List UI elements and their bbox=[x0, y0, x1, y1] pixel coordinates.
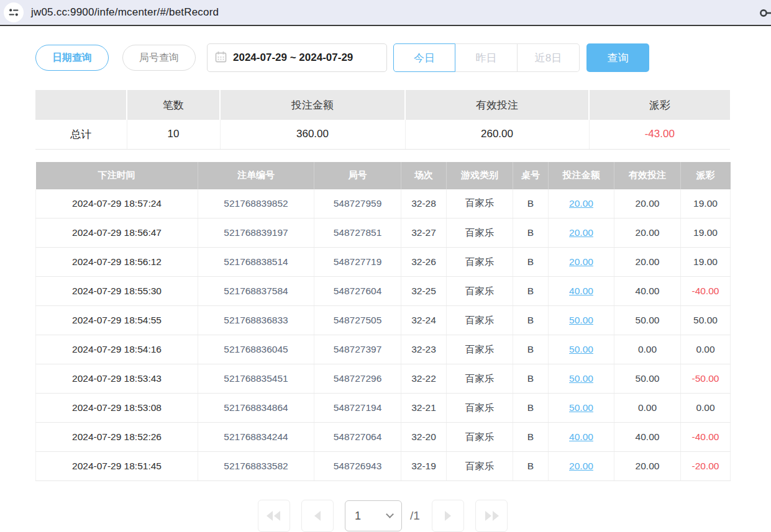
tune-icon[interactable] bbox=[4, 2, 24, 22]
bet-table-header-game-type: 游戏类别 bbox=[447, 162, 513, 189]
bet-amount-link[interactable]: 20.00 bbox=[569, 461, 593, 471]
round-query-tab[interactable]: 局号查询 bbox=[122, 45, 196, 71]
cell-table-no: B bbox=[513, 394, 549, 423]
prev-page-button[interactable] bbox=[301, 500, 334, 532]
cell-payout: -50.00 bbox=[681, 364, 731, 394]
cell-bet-amount: 40.00 bbox=[549, 277, 614, 306]
first-page-button[interactable] bbox=[258, 500, 290, 532]
summary-header-payout: 派彩 bbox=[589, 90, 730, 120]
table-row: 2024-07-29 18:51:45521768833582548726943… bbox=[36, 452, 731, 481]
summary-total-label: 总计 bbox=[35, 120, 127, 149]
cell-payout: -40.00 bbox=[681, 277, 731, 306]
bet-table-header-bet-amount: 投注金额 bbox=[549, 162, 614, 189]
cell-session: 32-19 bbox=[401, 452, 447, 481]
key-icon[interactable] bbox=[759, 7, 771, 21]
cell-bet-amount: 20.00 bbox=[549, 452, 614, 481]
bet-amount-link[interactable]: 20.00 bbox=[569, 198, 593, 209]
cell-payout: 0.00 bbox=[681, 394, 731, 423]
table-row: 2024-07-29 18:56:47521768839197548727851… bbox=[36, 219, 731, 248]
bet-amount-link[interactable]: 50.00 bbox=[569, 373, 593, 384]
cell-session: 32-20 bbox=[401, 423, 447, 452]
cell-bet-id: 521768836045 bbox=[198, 335, 314, 364]
cell-session: 32-25 bbox=[401, 277, 447, 306]
table-row: 2024-07-29 18:54:55521768836833548727505… bbox=[36, 306, 731, 335]
bet-amount-link[interactable]: 50.00 bbox=[569, 344, 593, 354]
cell-valid-bet: 0.00 bbox=[614, 394, 681, 423]
cell-payout: -40.00 bbox=[681, 423, 731, 452]
date-query-tab[interactable]: 日期查询 bbox=[35, 45, 109, 71]
cell-valid-bet: 20.00 bbox=[614, 189, 681, 219]
cell-payout: -20.00 bbox=[681, 452, 731, 481]
bet-table-body: 2024-07-29 18:57:24521768839852548727959… bbox=[36, 189, 731, 481]
cell-valid-bet: 20.00 bbox=[614, 219, 681, 248]
cell-payout: 50.00 bbox=[681, 306, 731, 335]
cell-bet-time: 2024-07-29 18:56:47 bbox=[36, 219, 198, 248]
cell-bet-time: 2024-07-29 18:51:45 bbox=[36, 452, 198, 481]
bet-amount-link[interactable]: 50.00 bbox=[569, 402, 593, 413]
cell-table-no: B bbox=[513, 364, 549, 394]
cell-game-type: 百家乐 bbox=[447, 306, 513, 335]
cell-bet-id: 521768837584 bbox=[198, 277, 314, 306]
cell-valid-bet: 50.00 bbox=[614, 364, 681, 394]
cell-bet-id: 521768834244 bbox=[198, 423, 314, 452]
table-row: 2024-07-29 18:55:30521768837584548727604… bbox=[36, 277, 731, 306]
cell-bet-amount: 20.00 bbox=[549, 219, 614, 248]
yesterday-button[interactable]: 昨日 bbox=[455, 43, 518, 72]
page-total-label: /1 bbox=[410, 509, 420, 523]
bet-table-header-session: 场次 bbox=[401, 162, 447, 189]
pagination: 1 /1 bbox=[35, 500, 730, 532]
table-row: 2024-07-29 18:56:12521768838514548727719… bbox=[36, 248, 731, 277]
cell-bet-time: 2024-07-29 18:54:16 bbox=[36, 335, 198, 364]
summary-table: 笔数 投注金额 有效投注 派彩 总计 10 360.00 260.00 -43.… bbox=[35, 90, 730, 150]
bet-record-table: 下注时间注单编号局号场次游戏类别桌号投注金额有效投注派彩 2024-07-29 … bbox=[35, 162, 731, 482]
cell-table-no: B bbox=[513, 452, 549, 481]
cell-round-id: 548727719 bbox=[314, 248, 401, 277]
cell-bet-time: 2024-07-29 18:52:26 bbox=[36, 423, 198, 452]
double-left-arrow-icon bbox=[267, 511, 281, 521]
bet-amount-link[interactable]: 50.00 bbox=[569, 315, 593, 325]
quick-range-group: 今日 昨日 近8日 bbox=[393, 43, 580, 72]
cell-valid-bet: 0.00 bbox=[614, 335, 681, 364]
bet-amount-link[interactable]: 20.00 bbox=[569, 227, 593, 238]
last-8-days-button[interactable]: 近8日 bbox=[518, 43, 580, 72]
cell-bet-time: 2024-07-29 18:56:12 bbox=[36, 248, 198, 277]
cell-bet-id: 521768839197 bbox=[198, 219, 314, 248]
cell-payout: 19.00 bbox=[681, 248, 731, 277]
bet-amount-link[interactable]: 20.00 bbox=[569, 256, 593, 267]
cell-bet-amount: 20.00 bbox=[549, 248, 614, 277]
cell-session: 32-27 bbox=[401, 219, 447, 248]
cell-bet-id: 521768838514 bbox=[198, 248, 314, 277]
date-range-value: 2024-07-29 ~ 2024-07-29 bbox=[233, 52, 353, 64]
bet-table-header-valid-bet: 有效投注 bbox=[614, 162, 681, 189]
cell-game-type: 百家乐 bbox=[447, 219, 513, 248]
table-row: 2024-07-29 18:57:24521768839852548727959… bbox=[36, 189, 731, 219]
summary-header-blank bbox=[35, 90, 127, 120]
cell-game-type: 百家乐 bbox=[447, 394, 513, 423]
cell-valid-bet: 40.00 bbox=[614, 277, 681, 306]
cell-bet-time: 2024-07-29 18:55:30 bbox=[36, 277, 198, 306]
bet-amount-link[interactable]: 40.00 bbox=[569, 431, 593, 442]
bet-table-header-bet-id: 注单编号 bbox=[198, 162, 314, 189]
cell-payout: 0.00 bbox=[681, 335, 731, 364]
table-row: 2024-07-29 18:52:26521768834244548727064… bbox=[36, 423, 731, 452]
page-select[interactable]: 1 bbox=[345, 500, 402, 531]
url-field[interactable]: jw05.cc:9900/infe/mcenter/#/betRecord bbox=[31, 6, 219, 19]
double-right-arrow-icon bbox=[484, 511, 499, 521]
search-button[interactable]: 查询 bbox=[586, 43, 649, 72]
date-range-picker[interactable]: 2024-07-29 ~ 2024-07-29 bbox=[207, 43, 387, 72]
cell-session: 32-26 bbox=[401, 248, 447, 277]
cell-session: 32-21 bbox=[401, 394, 447, 423]
last-page-button[interactable] bbox=[475, 500, 508, 532]
next-page-button[interactable] bbox=[432, 500, 464, 532]
cell-table-no: B bbox=[513, 335, 549, 364]
bet-amount-link[interactable]: 40.00 bbox=[569, 286, 593, 296]
cell-bet-id: 521768833582 bbox=[198, 452, 314, 481]
cell-round-id: 548727604 bbox=[314, 277, 401, 306]
right-arrow-icon bbox=[444, 511, 452, 521]
cell-session: 32-28 bbox=[401, 189, 447, 219]
cell-table-no: B bbox=[513, 277, 549, 306]
cell-bet-amount: 20.00 bbox=[549, 189, 614, 219]
cell-session: 32-22 bbox=[401, 364, 447, 394]
today-button[interactable]: 今日 bbox=[393, 43, 455, 72]
cell-bet-id: 521768839852 bbox=[198, 189, 314, 219]
